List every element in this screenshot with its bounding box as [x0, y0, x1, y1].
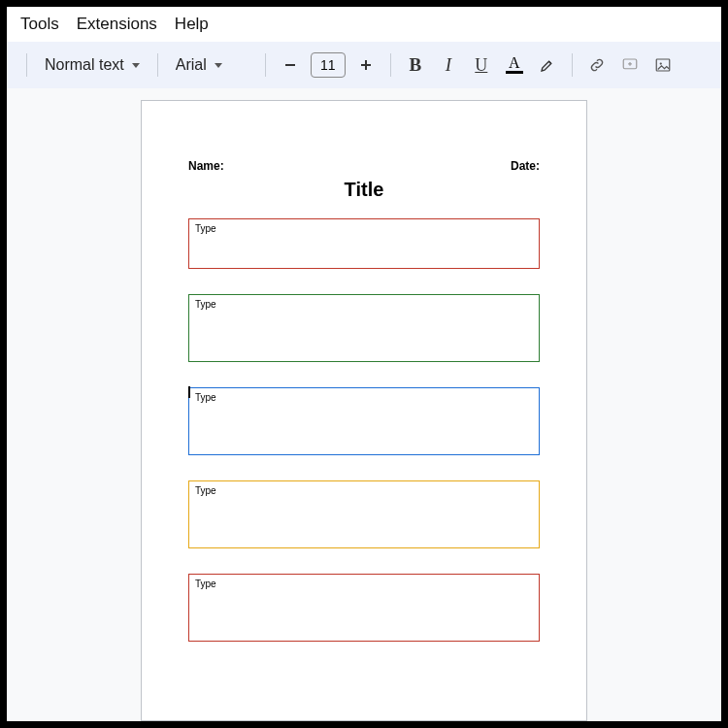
underline-button[interactable]: U	[467, 50, 496, 80]
increase-font-size-button[interactable]	[351, 50, 381, 80]
chevron-down-icon	[132, 63, 140, 68]
plus-icon	[359, 58, 373, 72]
menu-tools[interactable]: Tools	[20, 15, 59, 34]
type-box-placeholder: Type	[195, 579, 216, 589]
text-cursor	[188, 386, 190, 398]
type-box-placeholder: Type	[195, 392, 216, 403]
insert-comment-button[interactable]	[615, 50, 645, 80]
divider	[390, 53, 391, 77]
type-box-placeholder: Type	[195, 223, 216, 234]
insert-link-button[interactable]	[582, 50, 612, 80]
font-size-value: 11	[320, 57, 336, 73]
type-box-5[interactable]: Type	[188, 574, 540, 642]
chevron-down-icon	[215, 63, 222, 68]
header-row: Name: Date:	[188, 159, 540, 173]
menu-extensions[interactable]: Extensions	[77, 15, 157, 34]
insert-image-button[interactable]	[648, 50, 678, 80]
divider	[265, 53, 266, 77]
document-canvas[interactable]: Name: Date: Title Type Type Type Type Ty…	[7, 88, 721, 721]
type-box-placeholder: Type	[195, 299, 216, 310]
menubar: Tools Extensions Help	[7, 7, 721, 42]
type-box-4[interactable]: Type	[188, 480, 540, 548]
document-page[interactable]: Name: Date: Title Type Type Type Type Ty…	[141, 100, 587, 721]
type-box-placeholder: Type	[195, 485, 216, 496]
paragraph-style-label: Normal text	[45, 56, 124, 74]
italic-button[interactable]: I	[434, 50, 463, 80]
divider	[572, 53, 573, 77]
divider	[26, 53, 27, 77]
highlight-button[interactable]	[533, 50, 562, 80]
name-label: Name:	[188, 159, 224, 173]
document-title: Title	[188, 179, 540, 201]
menu-help[interactable]: Help	[175, 15, 209, 34]
decrease-font-size-button[interactable]	[276, 50, 305, 80]
date-label: Date:	[511, 159, 540, 173]
font-size-input[interactable]: 11	[311, 52, 346, 78]
font-family-dropdown[interactable]: Arial	[168, 52, 255, 78]
text-color-icon: A	[509, 56, 520, 70]
divider	[157, 53, 158, 77]
paragraph-style-dropdown[interactable]: Normal text	[37, 52, 148, 78]
toolbar: Normal text Arial 11 B I U A	[7, 42, 721, 88]
bold-button[interactable]: B	[401, 50, 430, 80]
type-box-3[interactable]: Type	[188, 387, 540, 455]
font-family-label: Arial	[176, 56, 207, 74]
type-box-1[interactable]: Type	[188, 218, 540, 269]
highlighter-icon	[539, 56, 556, 74]
comment-plus-icon	[621, 56, 639, 74]
image-icon	[654, 56, 672, 74]
type-box-2[interactable]: Type	[188, 294, 540, 362]
text-color-button[interactable]: A	[500, 50, 529, 80]
minus-icon	[283, 58, 297, 72]
link-icon	[588, 56, 606, 74]
svg-point-7	[659, 62, 661, 64]
